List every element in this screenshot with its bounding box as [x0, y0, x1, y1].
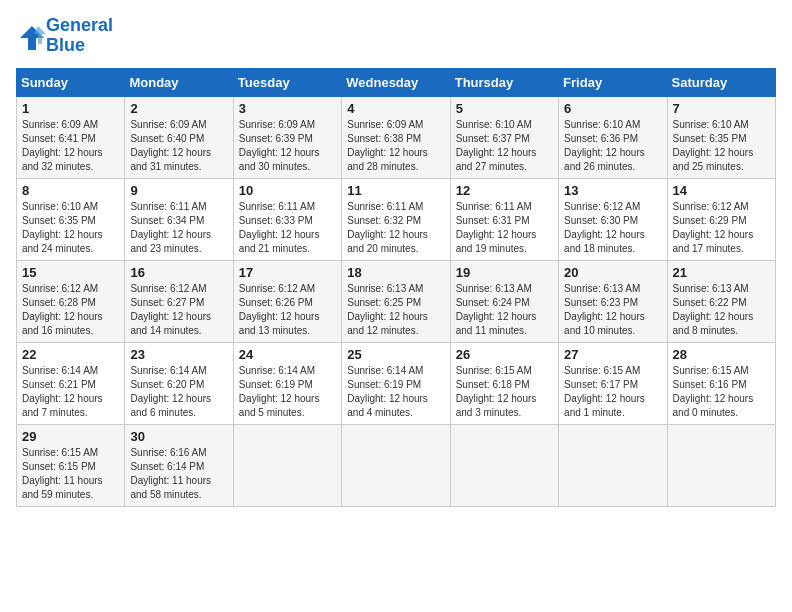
day-number: 6 [564, 101, 661, 116]
day-info: Sunrise: 6:13 AMSunset: 6:22 PMDaylight:… [673, 283, 754, 336]
calendar-cell: 17 Sunrise: 6:12 AMSunset: 6:26 PMDaylig… [233, 260, 341, 342]
calendar-cell: 22 Sunrise: 6:14 AMSunset: 6:21 PMDaylig… [17, 342, 125, 424]
calendar-cell: 18 Sunrise: 6:13 AMSunset: 6:25 PMDaylig… [342, 260, 450, 342]
day-number: 26 [456, 347, 553, 362]
calendar-cell: 26 Sunrise: 6:15 AMSunset: 6:18 PMDaylig… [450, 342, 558, 424]
calendar-cell: 1 Sunrise: 6:09 AMSunset: 6:41 PMDayligh… [17, 96, 125, 178]
day-info: Sunrise: 6:09 AMSunset: 6:38 PMDaylight:… [347, 119, 428, 172]
day-number: 30 [130, 429, 227, 444]
day-info: Sunrise: 6:13 AMSunset: 6:25 PMDaylight:… [347, 283, 428, 336]
day-info: Sunrise: 6:14 AMSunset: 6:19 PMDaylight:… [347, 365, 428, 418]
day-info: Sunrise: 6:11 AMSunset: 6:34 PMDaylight:… [130, 201, 211, 254]
calendar-cell: 25 Sunrise: 6:14 AMSunset: 6:19 PMDaylig… [342, 342, 450, 424]
day-number: 18 [347, 265, 444, 280]
calendar-cell: 27 Sunrise: 6:15 AMSunset: 6:17 PMDaylig… [559, 342, 667, 424]
day-number: 7 [673, 101, 770, 116]
calendar-cell: 28 Sunrise: 6:15 AMSunset: 6:16 PMDaylig… [667, 342, 775, 424]
day-info: Sunrise: 6:11 AMSunset: 6:32 PMDaylight:… [347, 201, 428, 254]
day-info: Sunrise: 6:10 AMSunset: 6:36 PMDaylight:… [564, 119, 645, 172]
calendar-cell: 3 Sunrise: 6:09 AMSunset: 6:39 PMDayligh… [233, 96, 341, 178]
day-info: Sunrise: 6:13 AMSunset: 6:23 PMDaylight:… [564, 283, 645, 336]
day-info: Sunrise: 6:10 AMSunset: 6:37 PMDaylight:… [456, 119, 537, 172]
calendar-cell: 9 Sunrise: 6:11 AMSunset: 6:34 PMDayligh… [125, 178, 233, 260]
day-info: Sunrise: 6:12 AMSunset: 6:27 PMDaylight:… [130, 283, 211, 336]
calendar-cell: 15 Sunrise: 6:12 AMSunset: 6:28 PMDaylig… [17, 260, 125, 342]
day-number: 1 [22, 101, 119, 116]
day-number: 28 [673, 347, 770, 362]
calendar-cell: 5 Sunrise: 6:10 AMSunset: 6:37 PMDayligh… [450, 96, 558, 178]
day-number: 19 [456, 265, 553, 280]
calendar-cell: 11 Sunrise: 6:11 AMSunset: 6:32 PMDaylig… [342, 178, 450, 260]
day-info: Sunrise: 6:13 AMSunset: 6:24 PMDaylight:… [456, 283, 537, 336]
day-info: Sunrise: 6:12 AMSunset: 6:30 PMDaylight:… [564, 201, 645, 254]
day-info: Sunrise: 6:14 AMSunset: 6:19 PMDaylight:… [239, 365, 320, 418]
day-number: 10 [239, 183, 336, 198]
day-number: 25 [347, 347, 444, 362]
day-number: 24 [239, 347, 336, 362]
calendar-cell: 20 Sunrise: 6:13 AMSunset: 6:23 PMDaylig… [559, 260, 667, 342]
day-info: Sunrise: 6:10 AMSunset: 6:35 PMDaylight:… [673, 119, 754, 172]
weekday-header-tuesday: Tuesday [233, 68, 341, 96]
calendar-cell: 6 Sunrise: 6:10 AMSunset: 6:36 PMDayligh… [559, 96, 667, 178]
calendar-cell: 16 Sunrise: 6:12 AMSunset: 6:27 PMDaylig… [125, 260, 233, 342]
calendar-cell: 13 Sunrise: 6:12 AMSunset: 6:30 PMDaylig… [559, 178, 667, 260]
weekday-header-friday: Friday [559, 68, 667, 96]
calendar-cell: 12 Sunrise: 6:11 AMSunset: 6:31 PMDaylig… [450, 178, 558, 260]
day-info: Sunrise: 6:12 AMSunset: 6:26 PMDaylight:… [239, 283, 320, 336]
day-info: Sunrise: 6:15 AMSunset: 6:17 PMDaylight:… [564, 365, 645, 418]
calendar-cell: 24 Sunrise: 6:14 AMSunset: 6:19 PMDaylig… [233, 342, 341, 424]
day-info: Sunrise: 6:14 AMSunset: 6:20 PMDaylight:… [130, 365, 211, 418]
calendar-cell: 14 Sunrise: 6:12 AMSunset: 6:29 PMDaylig… [667, 178, 775, 260]
day-number: 17 [239, 265, 336, 280]
logo: General Blue [16, 16, 113, 56]
day-number: 2 [130, 101, 227, 116]
calendar-cell: 19 Sunrise: 6:13 AMSunset: 6:24 PMDaylig… [450, 260, 558, 342]
day-number: 5 [456, 101, 553, 116]
weekday-header-monday: Monday [125, 68, 233, 96]
day-info: Sunrise: 6:09 AMSunset: 6:40 PMDaylight:… [130, 119, 211, 172]
day-number: 3 [239, 101, 336, 116]
day-number: 8 [22, 183, 119, 198]
day-info: Sunrise: 6:09 AMSunset: 6:39 PMDaylight:… [239, 119, 320, 172]
day-number: 27 [564, 347, 661, 362]
day-number: 21 [673, 265, 770, 280]
day-number: 16 [130, 265, 227, 280]
day-number: 22 [22, 347, 119, 362]
calendar-cell [233, 424, 341, 506]
weekday-header-sunday: Sunday [17, 68, 125, 96]
day-info: Sunrise: 6:15 AMSunset: 6:18 PMDaylight:… [456, 365, 537, 418]
day-number: 11 [347, 183, 444, 198]
day-info: Sunrise: 6:16 AMSunset: 6:14 PMDaylight:… [130, 447, 211, 500]
day-number: 23 [130, 347, 227, 362]
weekday-header-wednesday: Wednesday [342, 68, 450, 96]
calendar-cell: 29 Sunrise: 6:15 AMSunset: 6:15 PMDaylig… [17, 424, 125, 506]
page-header: General Blue [16, 16, 776, 56]
day-info: Sunrise: 6:10 AMSunset: 6:35 PMDaylight:… [22, 201, 103, 254]
calendar-cell: 8 Sunrise: 6:10 AMSunset: 6:35 PMDayligh… [17, 178, 125, 260]
day-number: 15 [22, 265, 119, 280]
weekday-header-thursday: Thursday [450, 68, 558, 96]
calendar-cell [559, 424, 667, 506]
day-info: Sunrise: 6:14 AMSunset: 6:21 PMDaylight:… [22, 365, 103, 418]
day-number: 13 [564, 183, 661, 198]
day-info: Sunrise: 6:12 AMSunset: 6:29 PMDaylight:… [673, 201, 754, 254]
calendar-cell: 2 Sunrise: 6:09 AMSunset: 6:40 PMDayligh… [125, 96, 233, 178]
day-number: 4 [347, 101, 444, 116]
day-info: Sunrise: 6:11 AMSunset: 6:31 PMDaylight:… [456, 201, 537, 254]
weekday-header-saturday: Saturday [667, 68, 775, 96]
logo-icon [16, 22, 44, 50]
calendar-cell [450, 424, 558, 506]
day-number: 9 [130, 183, 227, 198]
calendar-table: SundayMondayTuesdayWednesdayThursdayFrid… [16, 68, 776, 507]
calendar-cell: 23 Sunrise: 6:14 AMSunset: 6:20 PMDaylig… [125, 342, 233, 424]
day-number: 20 [564, 265, 661, 280]
day-info: Sunrise: 6:11 AMSunset: 6:33 PMDaylight:… [239, 201, 320, 254]
day-info: Sunrise: 6:15 AMSunset: 6:15 PMDaylight:… [22, 447, 103, 500]
day-number: 29 [22, 429, 119, 444]
day-number: 14 [673, 183, 770, 198]
calendar-cell: 30 Sunrise: 6:16 AMSunset: 6:14 PMDaylig… [125, 424, 233, 506]
calendar-cell: 21 Sunrise: 6:13 AMSunset: 6:22 PMDaylig… [667, 260, 775, 342]
calendar-header-row: SundayMondayTuesdayWednesdayThursdayFrid… [17, 68, 776, 96]
logo-text: General Blue [46, 16, 113, 56]
calendar-cell [342, 424, 450, 506]
